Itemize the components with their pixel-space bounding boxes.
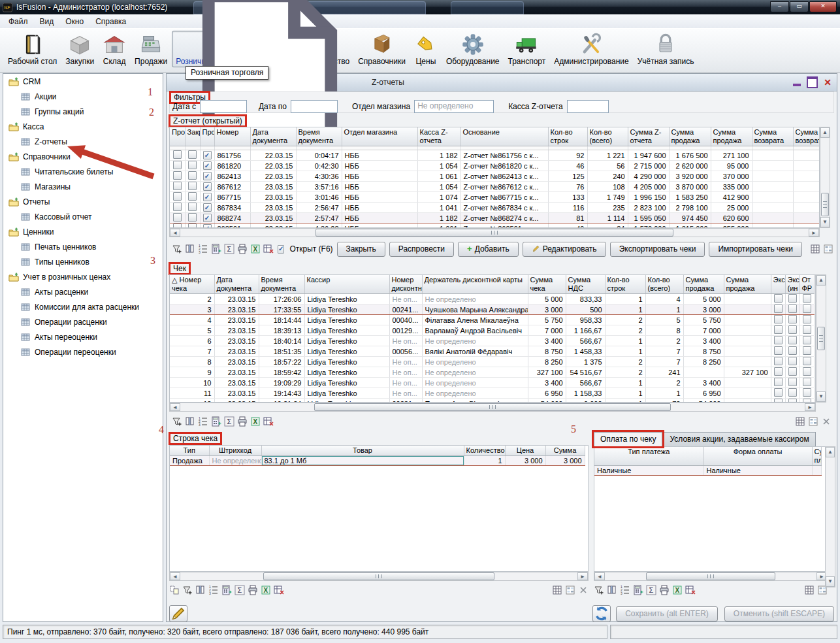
check-line-horizontal-scrollbar[interactable]: ◄ ► [169,572,589,581]
checkbox[interactable] [774,357,783,365]
sigma-icon[interactable]: Σ [646,585,656,595]
cell[interactable]: Lidiya Tereshko [304,378,389,388]
cell[interactable]: 00129... [389,325,422,336]
cell[interactable]: 3 000 [683,305,724,315]
column-header[interactable]: Кол-во строк [548,127,587,146]
cell[interactable]: 1 [605,388,645,399]
cell[interactable]: 861820 [214,161,250,171]
checkbox[interactable] [173,150,182,159]
cell[interactable]: 95 000 [711,161,752,171]
printer-icon[interactable] [248,585,258,595]
cells-icon[interactable] [565,585,575,595]
cell[interactable] [793,161,819,171]
calc-icon[interactable] [211,244,221,254]
checkbox[interactable] [188,150,197,159]
column-header[interactable]: Штрихкод [209,446,261,456]
cell[interactable] [785,315,800,325]
cell[interactable]: 108 [587,182,628,192]
column-header[interactable]: От ФР [800,275,814,294]
cell[interactable]: Не определено [209,456,261,466]
funnel-plus-icon[interactable] [172,244,182,254]
edit-record-button[interactable] [169,605,187,622]
checkbox[interactable] [774,367,783,376]
cell[interactable]: 1 158,33 [566,388,605,399]
cell[interactable] [785,336,800,346]
cell[interactable] [170,161,185,171]
toolbar-item[interactable]: Продажи [131,31,171,67]
checkbox[interactable]: ✓ [203,182,212,191]
scroll-left-icon[interactable]: ◄ [170,229,180,237]
cell[interactable]: 1 [645,305,683,315]
checkbox[interactable] [788,367,797,376]
cell[interactable]: 23.03.15 [214,378,259,388]
toolbar-item[interactable]: Рабочий стол [4,31,61,67]
cell[interactable]: Варламаў Андрэй Васільевіч [422,325,528,336]
checkbox[interactable] [173,223,182,228]
checkbox[interactable] [788,305,797,313]
table-row[interactable]: 923.03.1518:59:42Lidiya TereshkoНе оп...… [170,367,814,378]
cell[interactable]: Lidiya Tereshko [304,315,389,325]
columns-icon[interactable] [185,244,195,254]
cell[interactable]: 23.03.15 [214,336,259,346]
cell[interactable] [785,367,800,378]
scroll-up-icon[interactable]: ▲ [826,447,835,457]
column-header[interactable]: Сумма НДС [566,275,605,294]
cell[interactable]: 3 400 [683,336,724,346]
cell[interactable]: 23.03.15 [214,346,259,357]
cell[interactable]: 1 [605,346,645,357]
cell[interactable]: 6 950 [683,388,724,399]
checkbox[interactable] [774,294,783,303]
cell[interactable]: Z-отчет №862413 с к... [460,171,548,182]
column-header[interactable]: Закр [185,127,200,146]
cell[interactable]: 8 750 [528,346,566,357]
column-header[interactable]: Дата документа [214,275,259,294]
checkbox[interactable] [803,315,811,323]
scroll-left-icon[interactable]: ◄ [170,403,180,411]
cell[interactable]: 500 [566,305,605,315]
checkbox[interactable] [788,315,797,323]
cell[interactable]: 1 [605,305,645,315]
cell[interactable]: ✓ [200,161,214,171]
column-header[interactable]: Время документа [296,127,342,146]
cell[interactable]: 00056... [389,346,422,357]
cell[interactable] [185,223,200,229]
column-header[interactable]: Сумма возврат. [793,127,819,146]
cell[interactable] [170,171,185,182]
cell[interactable]: 46 [548,161,587,171]
cell[interactable]: 19:14:43 [259,388,304,399]
import-checks-button[interactable]: Импортировать чеки [709,242,802,257]
cell[interactable]: 6 950 [528,388,566,399]
panel-minimize-button[interactable] [793,84,801,86]
maximize-button[interactable]: ▭ [790,1,809,12]
column-header[interactable]: Экс [771,275,785,294]
cell[interactable] [185,192,200,203]
cell[interactable] [752,171,793,182]
open-checkbox[interactable]: ✓ [278,245,284,254]
cell[interactable]: Філатава Алена Мікалаеўна [422,315,528,325]
cell[interactable] [771,378,785,388]
table-row[interactable]: ПродажаНе определено83.1 до 1 Мб13 0003 … [170,456,585,466]
cell[interactable] [800,315,814,325]
cell[interactable]: Не оп... [389,336,422,346]
cell[interactable] [185,150,200,161]
cell[interactable]: 1 595 050 [628,213,669,223]
cell[interactable]: 868591 [214,223,250,229]
column-header[interactable]: Сумма возврата [752,127,793,146]
cell[interactable]: 19:09:29 [259,378,304,388]
column-header[interactable]: Касса Z-отчета [417,127,460,146]
table-row[interactable]: 323.03.1517:33:55Lidiya Tereshko00241...… [170,305,814,315]
cell[interactable]: 2 [645,378,683,388]
cell[interactable]: Не определено [422,378,528,388]
column-header[interactable]: Дата документа [250,127,296,146]
cell[interactable]: 1 315 000 [669,223,711,229]
grid-delete-icon[interactable] [263,244,274,254]
cell[interactable]: 1 074 [417,192,460,203]
cell[interactable]: 23.03.15 [250,192,296,203]
cell[interactable]: ✓ [200,150,214,161]
panel-maximize-button[interactable] [807,76,818,88]
cell[interactable]: 370 000 [711,171,752,182]
excel-icon[interactable]: X [261,585,271,595]
cell[interactable]: 255 000 [711,223,752,229]
sidebar-item[interactable]: Типы ценников [3,254,163,269]
cell[interactable]: 18:14:44 [259,315,304,325]
